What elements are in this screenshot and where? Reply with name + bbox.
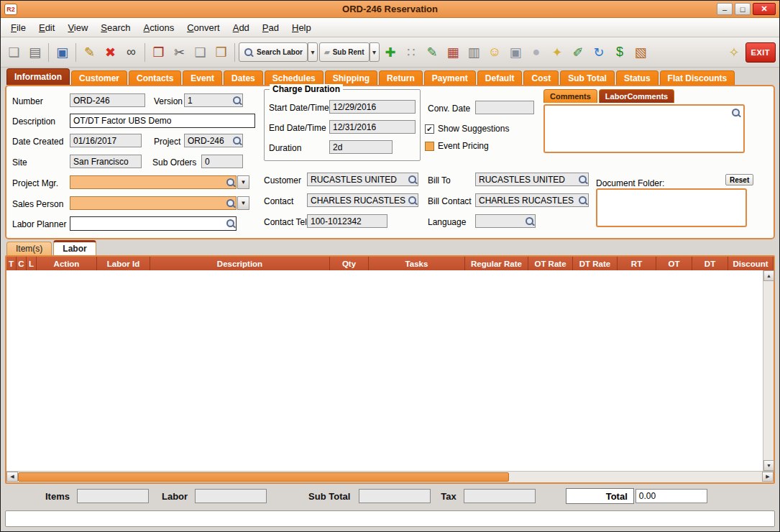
menu-actions[interactable]: Actions	[137, 20, 181, 35]
col-labor-id[interactable]: Labor Id	[97, 257, 150, 270]
tab-event[interactable]: Event	[183, 70, 222, 85]
col-rt[interactable]: RT	[618, 257, 656, 270]
labor-planner-field[interactable]	[70, 216, 237, 231]
bill-to-field[interactable]: RUCASTLES UNITED	[475, 173, 589, 186]
customer-field[interactable]: RUCASTLES UNITED	[307, 173, 418, 186]
menu-search[interactable]: Search	[94, 20, 137, 35]
tab-labor-comments[interactable]: LaborComments	[599, 89, 674, 103]
search-icon[interactable]	[578, 175, 588, 185]
form-edit-icon[interactable]: ✐	[569, 42, 588, 62]
tab-sub-total[interactable]: Sub Total	[560, 70, 615, 85]
menu-add[interactable]: Add	[226, 20, 256, 35]
col-c[interactable]: C	[17, 257, 27, 270]
tab-flat-discounts[interactable]: Flat Discounts	[660, 70, 735, 85]
project-field[interactable]: ORD-246	[184, 134, 243, 147]
language-field[interactable]	[475, 214, 536, 228]
description-field[interactable]: OT/DT Factor UBS Demo	[70, 114, 255, 128]
contact-field[interactable]: CHARLES RUCASTLES	[307, 193, 418, 207]
sales-person-dropdown-button[interactable]	[237, 196, 249, 210]
reset-button[interactable]: Reset	[725, 174, 753, 185]
tab-information[interactable]: Information	[6, 68, 70, 85]
duration-field[interactable]: 2d	[329, 140, 393, 154]
tab-contacts[interactable]: Contacts	[129, 70, 181, 85]
search-icon[interactable]	[408, 175, 418, 185]
menu-pad[interactable]: Pad	[256, 20, 285, 35]
bill-contact-field[interactable]: CHARLES RUCASTLES	[475, 193, 589, 207]
version-field[interactable]: 1	[184, 93, 243, 107]
add-icon[interactable]: ✚	[381, 42, 400, 62]
search-icon[interactable]	[408, 196, 418, 206]
col-action[interactable]: Action	[37, 257, 97, 270]
project-mgr-dropdown-button[interactable]	[237, 175, 249, 189]
sub-rent-button[interactable]: ▰Sub Rent	[319, 42, 370, 62]
tab-schedules[interactable]: Schedules	[265, 70, 324, 85]
disk-icon[interactable]: ▣	[506, 42, 526, 62]
maximize-button[interactable]: □	[735, 3, 751, 15]
col-description[interactable]: Description	[150, 257, 330, 270]
contact-tel-field[interactable]: 100-1012342	[307, 214, 387, 228]
edit-pencil-icon[interactable]: ✎	[80, 42, 99, 62]
key-icon[interactable]: ✦	[548, 42, 567, 62]
tab-shipping[interactable]: Shipping	[325, 70, 377, 85]
save-icon[interactable]: ▣	[52, 42, 72, 62]
search-icon[interactable]	[578, 196, 588, 206]
tab-return[interactable]: Return	[379, 70, 423, 85]
package-icon[interactable]: ▧	[631, 42, 651, 62]
number-field[interactable]: ORD-246	[70, 93, 145, 107]
tab-customer[interactable]: Customer	[71, 70, 127, 85]
sales-person-field[interactable]	[70, 196, 237, 210]
tab-items[interactable]: Item(s)	[6, 242, 52, 255]
cut-icon[interactable]: ✂	[170, 42, 189, 62]
search-icon[interactable]	[226, 198, 236, 208]
scroll-left-icon[interactable]	[6, 472, 18, 482]
smiley-icon[interactable]: ☺	[485, 42, 505, 62]
search-icon[interactable]	[226, 219, 236, 229]
horizontal-scrollbar[interactable]	[6, 471, 774, 482]
search-icon[interactable]	[226, 178, 236, 188]
horizontal-scroll-track[interactable]	[18, 472, 762, 482]
money-icon[interactable]: $	[610, 42, 630, 62]
tab-default[interactable]: Default	[477, 70, 523, 85]
date-created-field[interactable]: 01/16/2017	[70, 134, 142, 147]
copy-icon[interactable]: ❑	[191, 42, 210, 62]
sub-orders-field[interactable]: 0	[201, 155, 243, 168]
chevron-down-icon[interactable]	[308, 42, 318, 62]
show-suggestions-checkbox[interactable]	[425, 124, 434, 134]
chevron-down-icon[interactable]	[370, 42, 380, 62]
tab-status[interactable]: Status	[616, 70, 659, 85]
edit-note-icon[interactable]: ✎	[423, 42, 442, 62]
project-mgr-field[interactable]	[70, 175, 237, 189]
tab-dates[interactable]: Dates	[224, 70, 263, 85]
col-regular-rate[interactable]: Regular Rate	[465, 257, 528, 270]
labor-comments-textarea[interactable]	[543, 104, 745, 153]
col-dt-rate[interactable]: DT Rate	[573, 257, 618, 270]
comment-bubble-icon[interactable]: ●	[527, 42, 546, 62]
menu-edit[interactable]: Edit	[32, 20, 61, 35]
print-icon[interactable]: ▤	[25, 42, 45, 62]
menu-view[interactable]: View	[61, 20, 94, 35]
menu-help[interactable]: Help	[285, 20, 318, 35]
tab-labor[interactable]: Labor	[53, 240, 96, 255]
horizontal-scroll-thumb[interactable]	[18, 472, 509, 482]
end-date-field[interactable]: 12/31/2016	[329, 120, 416, 134]
tab-payment[interactable]: Payment	[424, 70, 476, 85]
minimize-button[interactable]: –	[717, 3, 733, 15]
grid-icon[interactable]: ∷	[402, 42, 421, 62]
search-labor-button[interactable]: Search Labor	[239, 42, 308, 62]
col-ot-rate[interactable]: OT Rate	[528, 257, 573, 270]
exit-button[interactable]: EXIT	[745, 42, 776, 63]
col-t[interactable]: T	[6, 257, 17, 270]
col-tasks[interactable]: Tasks	[369, 257, 465, 270]
find-binoculars-icon[interactable]: ∞	[121, 42, 141, 62]
vertical-scrollbar[interactable]	[763, 270, 774, 471]
scroll-down-icon[interactable]	[763, 460, 774, 471]
col-discount[interactable]: Discount	[728, 257, 774, 270]
col-l[interactable]: L	[27, 257, 37, 270]
wand-icon[interactable]: ✧	[725, 42, 744, 62]
event-pricing-checkbox[interactable]	[425, 142, 434, 151]
new-document-icon[interactable]: ❏	[4, 42, 24, 62]
delete-icon[interactable]: ✖	[101, 42, 120, 62]
search-icon[interactable]	[525, 216, 535, 226]
start-date-field[interactable]: 12/29/2016	[329, 100, 416, 114]
tab-comments[interactable]: Comments	[543, 89, 597, 103]
